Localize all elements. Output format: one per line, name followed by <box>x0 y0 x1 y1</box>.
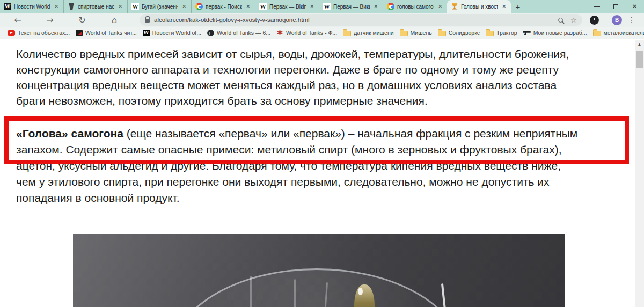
toolbar-divider <box>605 16 605 24</box>
text-line: чем у этилового спирта, при перегонке он… <box>16 174 577 190</box>
bookmark-label: Трактор <box>496 30 517 36</box>
close-icon[interactable]: ✕ <box>53 3 60 10</box>
tab-title: Головы и хвосты в са <box>461 4 498 10</box>
bookmark-item[interactable]: World of Tanks чит... <box>76 30 137 36</box>
tab-golovy-search[interactable]: головы самогон - По ✕ <box>383 0 447 13</box>
bookmark-label: металоискатель <box>604 30 644 36</box>
new-tab-button[interactable]: + <box>511 0 525 13</box>
minimize-button[interactable] <box>588 0 606 13</box>
scrollbar-up-icon[interactable]: ▲ <box>635 40 644 47</box>
google-favicon-icon <box>195 3 203 10</box>
profile-avatar[interactable]: В <box>612 15 622 25</box>
bookmark-label: датчик мишени <box>354 30 393 36</box>
home-icon[interactable]: ⌂ <box>107 14 121 26</box>
close-icon[interactable]: ✕ <box>181 3 187 10</box>
scrollbar-thumb[interactable] <box>636 51 643 68</box>
bookmark-item[interactable]: World of Tanks — 6... <box>207 30 270 36</box>
text-line: концентрация вредных веществ может менят… <box>16 77 569 93</box>
glass-photo <box>73 234 565 307</box>
browser-window: W Новости World of Tan ✕ спиртовые насто… <box>0 0 644 307</box>
folder-icon <box>593 31 601 36</box>
browser-menu-icon[interactable]: ⋮ <box>626 16 638 24</box>
tab-title: первак - Поиск в Go <box>206 4 242 10</box>
wikipedia-favicon-icon: W <box>259 3 267 10</box>
bookmark-label: Мои новые разраб... <box>533 30 587 36</box>
tab-strip: W Новости World of Tan ✕ спиртовые насто… <box>0 0 644 13</box>
glass-rim-shape <box>171 268 463 307</box>
bookmark-folder[interactable]: Солидворкс <box>438 30 480 36</box>
glass-reflection <box>294 279 296 307</box>
page-content: Количество вредных примесей зависит от с… <box>0 40 644 307</box>
text-line: браги невозможен, поэтому приходится бра… <box>16 93 569 108</box>
maximize-icon <box>613 4 618 9</box>
zoom-icon[interactable] <box>558 18 563 23</box>
close-icon[interactable]: ✕ <box>372 3 379 10</box>
tab-pervach-wiki-ru[interactable]: W Первач — Википеди ✕ <box>319 0 383 13</box>
tab-title: спиртовые настойки <box>78 4 114 10</box>
wot-favicon-icon: W <box>4 3 11 10</box>
bookmark-label: World of Tanks - Ф... <box>286 30 337 36</box>
close-icon[interactable]: ✕ <box>117 3 123 10</box>
google-favicon-icon <box>387 3 394 10</box>
bookmark-label: Текст на объектах... <box>18 30 70 36</box>
address-bar[interactable]: alcofan.com/kak-otdelit-golovy-i-xvosty-… <box>140 14 582 26</box>
tab-title: Бугай (значення) — В <box>142 4 178 10</box>
wikipedia-favicon-icon: W <box>131 3 139 10</box>
page-scrollbar[interactable]: ▲ <box>635 40 644 307</box>
bookmark-label: Мишень <box>411 30 432 36</box>
gun-icon <box>523 30 531 36</box>
close-icon[interactable]: ✕ <box>309 3 315 10</box>
tab-novosti-wot[interactable]: W Новости World of Tan ✕ <box>0 0 64 13</box>
window-close-button[interactable]: ✕ <box>625 0 644 13</box>
bookmark-label: World of Tanks чит... <box>85 30 137 36</box>
bookmark-item[interactable]: Текст на объектах... <box>8 30 70 36</box>
bookmark-folder[interactable]: датчик мишени <box>343 30 393 36</box>
red-highlight-annotation <box>4 116 629 164</box>
wot-reader-icon <box>76 30 83 36</box>
minimize-icon <box>594 6 600 7</box>
maximize-button[interactable] <box>606 0 625 13</box>
folder-icon <box>343 31 351 36</box>
text-line: Количество вредных примесей зависит от с… <box>16 46 569 62</box>
folder-icon <box>486 31 494 36</box>
close-icon[interactable]: ✕ <box>245 3 251 10</box>
paragraph-impurities: Количество вредных примесей зависит от с… <box>16 46 569 108</box>
folder-icon <box>438 31 446 36</box>
bookmark-folder[interactable]: Мишень <box>400 30 432 36</box>
tab-title: головы самогон - По <box>397 4 434 10</box>
text-line: попадания в основной продукт. <box>16 190 577 206</box>
tab-title: Первак — Вікіпедія <box>269 4 306 10</box>
text-line: конструкции самогонного аппарата и техно… <box>16 62 569 77</box>
bookmark-item[interactable]: Мои новые разраб... <box>523 30 587 36</box>
article-image-frame <box>69 230 569 307</box>
tab-golovy-hvosty-active[interactable]: Головы и хвосты в са ✕ <box>447 0 511 13</box>
back-icon[interactable]: ← <box>11 14 25 26</box>
reload-icon[interactable]: ↻ <box>75 14 89 26</box>
bookmark-label: Новости World of... <box>152 30 201 36</box>
extension-clock-icon[interactable] <box>590 16 599 25</box>
folder-icon <box>400 31 408 36</box>
tab-bugay[interactable]: W Бугай (значення) — В ✕ <box>128 0 192 13</box>
bookmark-folder[interactable]: Трактор <box>486 30 517 36</box>
goblet-favicon-icon <box>451 3 458 10</box>
tab-title: Новости World of Tan <box>14 4 50 10</box>
tab-spirtovye-nastoyki[interactable]: спиртовые настойки ✕ <box>64 0 128 13</box>
wot-express-icon: W <box>143 30 150 36</box>
close-icon[interactable]: ✕ <box>437 3 443 10</box>
glass-highlight <box>441 283 448 307</box>
bookmark-item[interactable]: W Новости World of... <box>143 30 201 36</box>
bookmark-folder[interactable]: металоискатель <box>593 30 644 36</box>
forward-icon[interactable]: → <box>43 14 57 26</box>
wot-logo-icon <box>207 30 214 36</box>
glass-reflection <box>250 276 252 307</box>
close-icon[interactable]: ✕ <box>501 3 507 10</box>
tab-title: Первач — Википеди <box>333 4 370 10</box>
wikipedia-favicon-icon: W <box>323 3 331 10</box>
bookmark-item[interactable]: World of Tanks - Ф... <box>276 29 337 37</box>
tab-pervak-wiki-ua[interactable]: W Первак — Вікіпедія ✕ <box>255 0 319 13</box>
red-badge-icon <box>276 29 283 37</box>
url-text[interactable]: alcofan.com/kak-otdelit-golovy-i-xvosty-… <box>154 17 554 23</box>
tab-pervak-search[interactable]: первак - Поиск в Go ✕ <box>192 0 255 13</box>
bookmark-star-icon[interactable]: ☆ <box>570 17 577 24</box>
youtube-icon <box>8 30 15 36</box>
